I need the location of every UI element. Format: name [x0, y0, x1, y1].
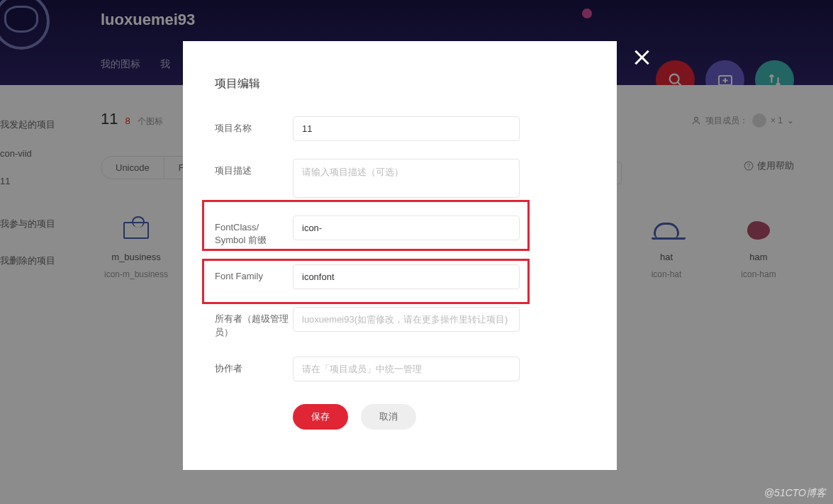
project-desc-input[interactable]	[293, 159, 520, 198]
watermark: @51CTO博客	[764, 487, 826, 500]
modal-title: 项目编辑	[215, 77, 585, 91]
fontclass-prefix-input[interactable]	[293, 215, 520, 240]
save-button[interactable]: 保存	[293, 404, 348, 430]
owner-input	[293, 307, 520, 332]
collaborator-input	[293, 357, 520, 381]
cancel-button[interactable]: 取消	[361, 404, 416, 430]
desc-label: 项目描述	[215, 159, 293, 177]
close-icon[interactable]	[631, 47, 652, 68]
collab-label: 协作者	[215, 357, 293, 375]
prefix-label: FontClass/ Symbol 前缀	[215, 215, 293, 247]
project-name-input[interactable]	[293, 116, 520, 141]
font-family-input[interactable]	[293, 264, 520, 289]
owner-label: 所有者（超级管理员）	[215, 307, 293, 338]
name-label: 项目名称	[215, 116, 293, 135]
project-edit-modal: 项目编辑 项目名称 项目描述 FontClass/ Symbol 前缀 Font…	[183, 41, 617, 470]
family-label: Font Family	[215, 264, 293, 283]
